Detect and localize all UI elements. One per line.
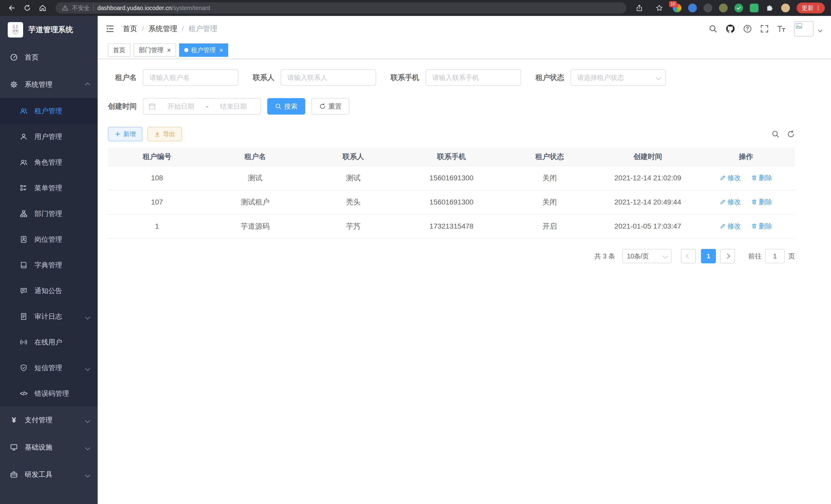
- github-icon[interactable]: [726, 24, 735, 33]
- sidebar-item-role[interactable]: 角色管理: [0, 149, 98, 175]
- user-avatar[interactable]: [794, 21, 813, 36]
- reset-button[interactable]: 重置: [311, 98, 349, 115]
- tab-home[interactable]: 首页: [108, 43, 131, 57]
- delete-link[interactable]: 删除: [751, 198, 772, 207]
- chevron-down-icon: [663, 254, 668, 259]
- edit-link[interactable]: 修改: [720, 173, 741, 182]
- pagination-goto: 前往 页: [748, 249, 795, 263]
- page-size-select[interactable]: 10条/页: [622, 249, 672, 263]
- extension-blue-icon[interactable]: [688, 4, 697, 12]
- pencil-icon: [720, 199, 726, 205]
- sidebar-item-menu[interactable]: 菜单管理: [0, 175, 98, 201]
- goto-page-input[interactable]: [765, 249, 785, 263]
- breadcrumb-home[interactable]: 首页: [123, 24, 137, 34]
- extension-adblock-icon[interactable]: 10: [673, 4, 682, 12]
- toolbar-right-actions: [771, 130, 795, 138]
- cell-tenant-id: 107: [108, 190, 206, 214]
- toggle-search-icon[interactable]: [771, 130, 780, 138]
- sidebar-item-label: 系统管理: [25, 80, 52, 89]
- sidebar-item-error-code[interactable]: </> 错误码管理: [0, 381, 98, 406]
- current-page-button[interactable]: 1: [701, 249, 716, 263]
- tab-dept[interactable]: 部门管理 ×: [134, 43, 176, 57]
- sidebar-item-dict[interactable]: 字典管理: [0, 252, 98, 278]
- column-header: 租户状态: [500, 147, 599, 166]
- cell-actions: 修改 删除: [697, 214, 795, 238]
- page-unit-label: 页: [789, 252, 795, 261]
- cell-phone: 15601691300: [402, 166, 500, 190]
- contact-input[interactable]: [281, 69, 376, 86]
- sidebar-item-post[interactable]: 岗位管理: [0, 227, 98, 252]
- close-icon[interactable]: ×: [167, 47, 171, 53]
- fullscreen-icon[interactable]: [760, 24, 769, 33]
- tenant-table: 租户编号 租户名 联系人 联系手机 租户状态 创建时间 操作 108 测试: [108, 147, 795, 239]
- tenant-name-input[interactable]: [143, 69, 238, 86]
- avatar-dropdown-caret[interactable]: [819, 24, 822, 34]
- app-title: 芋道管理系统: [28, 25, 73, 35]
- share-icon[interactable]: [633, 1, 646, 14]
- cell-created: 2021-12-14 21:02:09: [599, 166, 697, 190]
- export-button[interactable]: 导出: [147, 127, 182, 141]
- plus-icon: [115, 131, 121, 137]
- next-page-button[interactable]: [720, 249, 735, 263]
- sidebar-item-system[interactable]: 系统管理: [0, 71, 98, 98]
- sidebar-item-label: 审计日志: [34, 312, 62, 321]
- phone-input[interactable]: [426, 69, 521, 86]
- add-button[interactable]: 新增: [108, 127, 142, 141]
- extension-dark-icon[interactable]: [704, 4, 712, 12]
- navbar-actions: [709, 21, 822, 36]
- extension-check-icon[interactable]: [735, 4, 743, 12]
- breadcrumb-system[interactable]: 系统管理: [148, 24, 177, 34]
- sidebar-item-audit-log[interactable]: 审计日志: [0, 304, 98, 329]
- sidebar-item-sms[interactable]: 短信管理: [0, 355, 98, 381]
- sidebar-item-user[interactable]: 用户管理: [0, 124, 98, 149]
- date-end-placeholder[interactable]: 结束日期: [211, 102, 255, 111]
- refresh-table-icon[interactable]: [787, 130, 795, 138]
- sidebar-item-online-users[interactable]: 在线用户: [0, 329, 98, 355]
- extension-green-icon[interactable]: [750, 4, 758, 12]
- sidebar-item-notice[interactable]: 通知公告: [0, 278, 98, 304]
- goto-label: 前往: [748, 252, 762, 261]
- extensions-puzzle-icon[interactable]: [765, 3, 774, 12]
- bookmark-star-icon[interactable]: [653, 1, 666, 14]
- column-header: 创建时间: [599, 147, 697, 166]
- extension-olive-icon[interactable]: [719, 4, 728, 12]
- cell-phone: 15601691300: [402, 190, 500, 214]
- sidebar-item-dept[interactable]: 部门管理: [0, 201, 98, 227]
- edit-link[interactable]: 修改: [720, 198, 741, 207]
- back-icon[interactable]: [5, 1, 19, 14]
- search-icon[interactable]: [709, 24, 717, 33]
- search-button[interactable]: 搜索: [267, 98, 305, 115]
- prev-page-button[interactable]: [681, 249, 696, 263]
- trash-icon: [751, 223, 757, 229]
- delete-link[interactable]: 删除: [751, 173, 772, 182]
- status-select[interactable]: 请选择租户状态: [570, 69, 666, 86]
- help-icon[interactable]: [743, 24, 752, 33]
- delete-link[interactable]: 删除: [751, 222, 772, 231]
- system-submenu: 租户管理 用户管理 角色管理: [0, 98, 98, 406]
- sidebar-item-tenant[interactable]: 租户管理: [0, 98, 98, 124]
- filter-tenant-name: 租户名: [108, 69, 238, 86]
- tags-view: 首页 部门管理 × 租户管理 ×: [98, 41, 831, 59]
- font-size-icon[interactable]: [777, 24, 786, 33]
- date-start-placeholder[interactable]: 开始日期: [159, 102, 203, 111]
- tenant-name-label: 租户名: [108, 73, 137, 83]
- sidebar-item-infra[interactable]: 基础设施: [0, 434, 98, 461]
- filter-row-1: 租户名 联系人 联系手机 租户状态 请选择租户状态: [108, 69, 795, 86]
- edit-link[interactable]: 修改: [720, 222, 741, 231]
- reload-icon[interactable]: [21, 1, 34, 14]
- sidebar-item-payment[interactable]: ¥ 支付管理: [0, 406, 98, 434]
- sidebar-item-devtools[interactable]: 研发工具: [0, 461, 98, 488]
- chrome-update-button[interactable]: 更新: [797, 3, 825, 13]
- sidebar-collapse-icon[interactable]: [105, 24, 115, 33]
- home-icon[interactable]: [36, 1, 49, 14]
- close-icon[interactable]: ×: [219, 47, 223, 53]
- sidebar-item-label: 角色管理: [34, 158, 62, 167]
- logo-image: [8, 22, 23, 37]
- address-bar[interactable]: 不安全 dashboard.yudao.iocoder.cn/system/te…: [56, 2, 627, 13]
- profile-avatar[interactable]: [781, 4, 790, 12]
- column-header: 联系人: [304, 147, 402, 166]
- tab-tenant[interactable]: 租户管理 ×: [179, 43, 228, 57]
- date-range-picker[interactable]: 开始日期 - 结束日期: [143, 98, 261, 115]
- column-header: 操作: [697, 147, 795, 166]
- sidebar-item-home[interactable]: 首页: [0, 44, 98, 71]
